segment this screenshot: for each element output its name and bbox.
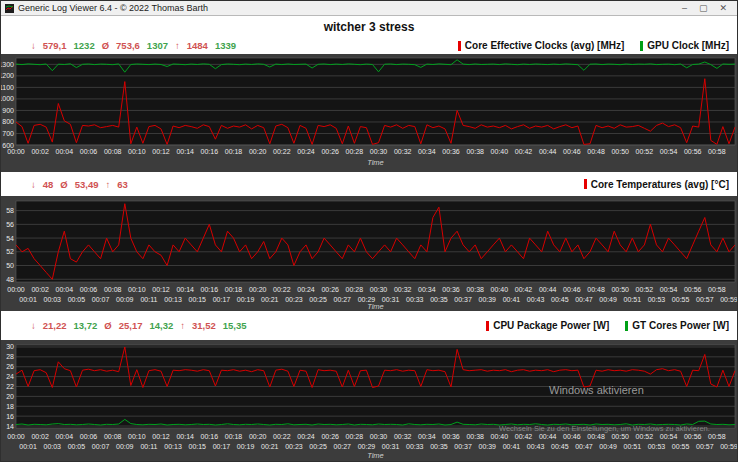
legend-label: GT Cores Power [W] xyxy=(632,320,729,331)
svg-text:00:21: 00:21 xyxy=(261,443,279,450)
svg-text:00:14: 00:14 xyxy=(176,286,194,293)
svg-text:00:23: 00:23 xyxy=(285,443,303,450)
svg-text:00:53: 00:53 xyxy=(648,443,666,450)
svg-text:00:07: 00:07 xyxy=(92,296,110,303)
svg-text:00:08: 00:08 xyxy=(104,148,122,155)
svg-text:00:33: 00:33 xyxy=(406,296,424,303)
legend-label: Core Temperatures (avg) [°C] xyxy=(591,179,729,190)
stat-value: ↑ xyxy=(106,179,111,190)
svg-text:00:22: 00:22 xyxy=(273,286,291,293)
legend-color-bar xyxy=(458,41,461,51)
svg-text:00:56: 00:56 xyxy=(684,148,702,155)
svg-text:00:38: 00:38 xyxy=(466,148,484,155)
section-power-header: ↓21,2213,72Ø25,1714,32↑31,5215,35 CPU Pa… xyxy=(1,311,737,340)
svg-text:00:00: 00:00 xyxy=(7,433,25,440)
svg-text:00:55: 00:55 xyxy=(672,443,690,450)
svg-text:00:17: 00:17 xyxy=(213,443,231,450)
stat-value: ↑ xyxy=(180,320,185,331)
svg-text:00:45: 00:45 xyxy=(551,443,569,450)
svg-text:00:38: 00:38 xyxy=(466,286,484,293)
svg-text:00:43: 00:43 xyxy=(527,443,545,450)
stat-value: 753,6 xyxy=(116,40,140,51)
svg-text:00:59: 00:59 xyxy=(720,443,738,450)
svg-text:00:58: 00:58 xyxy=(708,286,726,293)
svg-text:00:59: 00:59 xyxy=(720,296,738,303)
minimize-button[interactable]: – xyxy=(682,2,687,15)
svg-text:1200: 1200 xyxy=(1,72,14,79)
svg-text:00:50: 00:50 xyxy=(611,148,629,155)
svg-text:00:01: 00:01 xyxy=(19,296,37,303)
svg-text:00:28: 00:28 xyxy=(346,148,364,155)
legend-label: CPU Package Power [W] xyxy=(493,320,609,331)
svg-text:00:38: 00:38 xyxy=(466,433,484,440)
svg-text:00:34: 00:34 xyxy=(418,433,436,440)
svg-text:00:40: 00:40 xyxy=(491,433,509,440)
svg-text:00:03: 00:03 xyxy=(43,296,61,303)
svg-text:00:00: 00:00 xyxy=(7,286,25,293)
svg-text:00:44: 00:44 xyxy=(539,148,557,155)
svg-text:00:09: 00:09 xyxy=(116,296,134,303)
svg-text:00:24: 00:24 xyxy=(297,433,315,440)
svg-text:00:19: 00:19 xyxy=(237,443,255,450)
svg-text:00:07: 00:07 xyxy=(92,443,110,450)
svg-text:00:51: 00:51 xyxy=(624,296,642,303)
legend-label: GPU Clock [MHz] xyxy=(647,40,729,51)
svg-text:00:45: 00:45 xyxy=(551,296,569,303)
svg-text:00:30: 00:30 xyxy=(370,148,388,155)
stat-value: Ø xyxy=(102,40,109,51)
svg-text:00:37: 00:37 xyxy=(454,296,472,303)
power-stats-min-avg-max: ↓21,2213,72Ø25,1714,32↑31,5215,35 xyxy=(31,320,247,331)
svg-text:00:41: 00:41 xyxy=(503,443,521,450)
svg-text:900: 900 xyxy=(2,107,14,114)
svg-text:00:52: 00:52 xyxy=(636,433,654,440)
svg-text:00:09: 00:09 xyxy=(116,443,134,450)
svg-text:00:47: 00:47 xyxy=(575,443,593,450)
svg-text:00:31: 00:31 xyxy=(382,443,400,450)
stat-value: ↓ xyxy=(31,320,36,331)
legend-color-bar xyxy=(640,41,643,51)
svg-text:00:06: 00:06 xyxy=(80,148,98,155)
maximize-button[interactable]: ▢ xyxy=(699,2,708,15)
svg-text:00:34: 00:34 xyxy=(418,286,436,293)
stat-value: 13,72 xyxy=(74,320,98,331)
svg-text:00:39: 00:39 xyxy=(479,443,497,450)
svg-text:00:57: 00:57 xyxy=(696,296,714,303)
svg-text:00:54: 00:54 xyxy=(660,286,678,293)
svg-text:00:27: 00:27 xyxy=(334,296,352,303)
svg-text:00:46: 00:46 xyxy=(563,286,581,293)
legend-color-bar xyxy=(625,321,628,331)
svg-text:00:26: 00:26 xyxy=(321,433,339,440)
svg-text:00:06: 00:06 xyxy=(80,433,98,440)
stat-value: ↑ xyxy=(175,40,180,51)
svg-text:00:50: 00:50 xyxy=(611,433,629,440)
clocks-legend: Core Effective Clocks (avg) [MHz]GPU Clo… xyxy=(458,40,729,51)
svg-text:00:36: 00:36 xyxy=(442,286,460,293)
temps-chart-panel: 48505254565800:0000:0200:0400:0600:0800:… xyxy=(1,196,738,311)
legend-label: Core Effective Clocks (avg) [MHz] xyxy=(465,40,624,51)
svg-text:30: 30 xyxy=(6,343,14,350)
svg-text:00:48: 00:48 xyxy=(587,433,605,440)
svg-text:00:49: 00:49 xyxy=(599,443,617,450)
stat-value: 31,52 xyxy=(192,320,216,331)
legend-item: Core Effective Clocks (avg) [MHz] xyxy=(458,40,624,51)
svg-text:00:58: 00:58 xyxy=(708,148,726,155)
stat-value: 1232 xyxy=(74,40,95,51)
temps-stats-min-avg-max: ↓48Ø53,49↑63 xyxy=(31,179,128,190)
svg-text:00:16: 00:16 xyxy=(201,148,219,155)
close-button[interactable]: ✕ xyxy=(719,2,727,15)
svg-text:00:16: 00:16 xyxy=(201,433,219,440)
stat-value: 15,35 xyxy=(223,320,247,331)
stat-value: 48 xyxy=(43,179,54,190)
svg-text:00:52: 00:52 xyxy=(636,286,654,293)
svg-text:00:48: 00:48 xyxy=(587,286,605,293)
svg-text:24: 24 xyxy=(6,373,14,380)
svg-text:00:36: 00:36 xyxy=(442,148,460,155)
svg-text:00:04: 00:04 xyxy=(56,286,74,293)
svg-text:00:32: 00:32 xyxy=(394,286,412,293)
svg-text:00:30: 00:30 xyxy=(370,286,388,293)
svg-text:00:22: 00:22 xyxy=(273,148,291,155)
stat-value: 14,32 xyxy=(149,320,173,331)
stat-value: 1307 xyxy=(147,40,168,51)
svg-text:00:14: 00:14 xyxy=(176,148,194,155)
svg-text:00:58: 00:58 xyxy=(708,433,726,440)
